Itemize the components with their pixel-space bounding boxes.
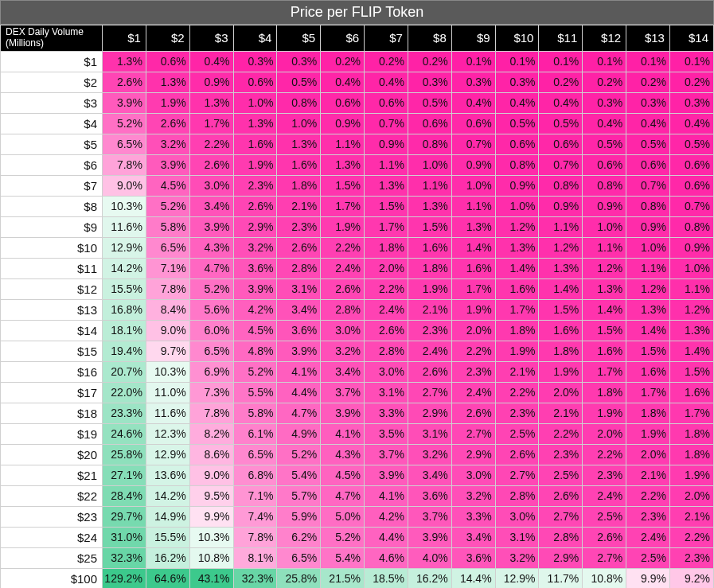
- heatmap-cell: 1.4%: [539, 278, 583, 299]
- heatmap-cell: 1.9%: [669, 465, 713, 485]
- heatmap-cell: 4.7%: [321, 485, 365, 506]
- heatmap-cell: 0.1%: [451, 51, 495, 72]
- heatmap-cell: 1.7%: [669, 403, 713, 423]
- col-header: $3: [189, 25, 233, 52]
- heatmap-cell: 9.5%: [189, 485, 233, 506]
- heatmap-cell: 15.5%: [146, 527, 189, 547]
- heatmap-cell: 0.9%: [189, 72, 233, 92]
- heatmap-cell: 129.2%: [103, 568, 146, 588]
- heatmap-cell: 0.5%: [277, 72, 321, 92]
- heatmap-cell: 0.9%: [669, 237, 713, 258]
- heatmap-cell: 1.8%: [669, 423, 713, 444]
- heatmap-cell: 22.0%: [103, 382, 146, 403]
- heatmap-cell: 3.6%: [233, 258, 277, 278]
- heatmap-cell: 0.6%: [321, 92, 365, 113]
- heatmap-cell: 0.9%: [321, 113, 365, 134]
- heatmap-cell: 0.2%: [365, 51, 408, 72]
- heatmap-cell: 2.3%: [277, 216, 321, 237]
- page-title: Price per FLIP Token: [0, 0, 714, 25]
- heatmap-cell: 3.4%: [408, 465, 451, 485]
- heatmap-cell: 4.8%: [233, 341, 277, 361]
- col-header: $5: [277, 25, 321, 52]
- heatmap-cell: 21.5%: [321, 568, 365, 588]
- heatmap-cell: 1.5%: [408, 216, 451, 237]
- heatmap-cell: 0.8%: [495, 154, 539, 175]
- heatmap-cell: 2.6%: [146, 113, 189, 134]
- heatmap-cell: 15.5%: [103, 278, 146, 299]
- heatmap-cell: 2.7%: [495, 465, 539, 485]
- heatmap-cell: 3.9%: [103, 92, 146, 113]
- heatmap-cell: 1.6%: [583, 341, 626, 361]
- heatmap-cell: 1.9%: [583, 403, 626, 423]
- heatmap-cell: 0.2%: [669, 72, 713, 92]
- heatmap-cell: 2.5%: [583, 506, 626, 527]
- heatmap-cell: 8.4%: [146, 299, 189, 320]
- heatmap-cell: 4.3%: [321, 444, 365, 465]
- row-header: $15: [1, 341, 103, 361]
- heatmap-cell: 3.5%: [365, 423, 408, 444]
- heatmap-cell: 3.4%: [321, 361, 365, 382]
- heatmap-cell: 2.8%: [495, 485, 539, 506]
- row-header: $7: [1, 175, 103, 196]
- heatmap-cell: 5.9%: [277, 506, 321, 527]
- heatmap-cell: 1.4%: [669, 341, 713, 361]
- row-header: $1: [1, 51, 103, 72]
- heatmap-cell: 0.9%: [626, 216, 670, 237]
- heatmap-cell: 1.6%: [669, 382, 713, 403]
- heatmap-cell: 1.1%: [669, 278, 713, 299]
- heatmap-cell: 0.7%: [669, 196, 713, 216]
- heatmap-cell: 0.2%: [539, 72, 583, 92]
- heatmap-cell: 2.4%: [451, 382, 495, 403]
- heatmap-cell: 9.0%: [103, 175, 146, 196]
- heatmap-cell: 14.4%: [451, 568, 495, 588]
- heatmap-cell: 2.3%: [451, 361, 495, 382]
- heatmap-cell: 5.4%: [277, 465, 321, 485]
- row-header: $9: [1, 216, 103, 237]
- heatmap-cell: 7.8%: [103, 154, 146, 175]
- heatmap-cell: 6.5%: [189, 341, 233, 361]
- row-header: $23: [1, 506, 103, 527]
- heatmap-cell: 6.1%: [233, 423, 277, 444]
- heatmap-cell: 5.6%: [189, 299, 233, 320]
- heatmap-cell: 0.9%: [451, 154, 495, 175]
- heatmap-cell: 3.9%: [146, 154, 189, 175]
- heatmap-cell: 1.1%: [451, 196, 495, 216]
- heatmap-cell: 0.4%: [539, 92, 583, 113]
- heatmap-cell: 2.8%: [539, 527, 583, 547]
- heatmap-cell: 4.5%: [321, 465, 365, 485]
- row-header: $6: [1, 154, 103, 175]
- heatmap-cell: 8.6%: [189, 444, 233, 465]
- heatmap-cell: 32.3%: [233, 568, 277, 588]
- heatmap-cell: 0.5%: [539, 113, 583, 134]
- heatmap-cell: 2.6%: [583, 527, 626, 547]
- heatmap-cell: 10.3%: [103, 196, 146, 216]
- heatmap-cell: 2.1%: [495, 361, 539, 382]
- heatmap-cell: 0.2%: [321, 51, 365, 72]
- heatmap-cell: 2.1%: [408, 299, 451, 320]
- heatmap-cell: 1.2%: [495, 216, 539, 237]
- heatmap-cell: 6.2%: [277, 527, 321, 547]
- heatmap-cell: 9.2%: [669, 568, 713, 588]
- heatmap-cell: 0.5%: [495, 113, 539, 134]
- heatmap-cell: 1.1%: [583, 237, 626, 258]
- heatmap-cell: 1.2%: [539, 237, 583, 258]
- heatmap-cell: 1.3%: [669, 320, 713, 341]
- row-header: $21: [1, 465, 103, 485]
- heatmap-cell: 11.6%: [103, 216, 146, 237]
- heatmap-cell: 3.4%: [189, 196, 233, 216]
- heatmap-cell: 3.9%: [408, 527, 451, 547]
- heatmap-cell: 4.5%: [146, 175, 189, 196]
- heatmap-cell: 9.9%: [626, 568, 670, 588]
- heatmap-cell: 0.3%: [408, 72, 451, 92]
- col-header: $2: [146, 25, 189, 52]
- col-header: $10: [495, 25, 539, 52]
- heatmap-cell: 2.6%: [189, 154, 233, 175]
- heatmap-cell: 0.8%: [626, 196, 670, 216]
- heatmap-cell: 28.4%: [103, 485, 146, 506]
- heatmap-cell: 1.3%: [451, 216, 495, 237]
- heatmap-cell: 16.2%: [408, 568, 451, 588]
- heatmap-cell: 6.5%: [233, 444, 277, 465]
- heatmap-cell: 2.3%: [669, 547, 713, 568]
- heatmap-cell: 2.3%: [626, 506, 670, 527]
- heatmap-cell: 14.9%: [146, 506, 189, 527]
